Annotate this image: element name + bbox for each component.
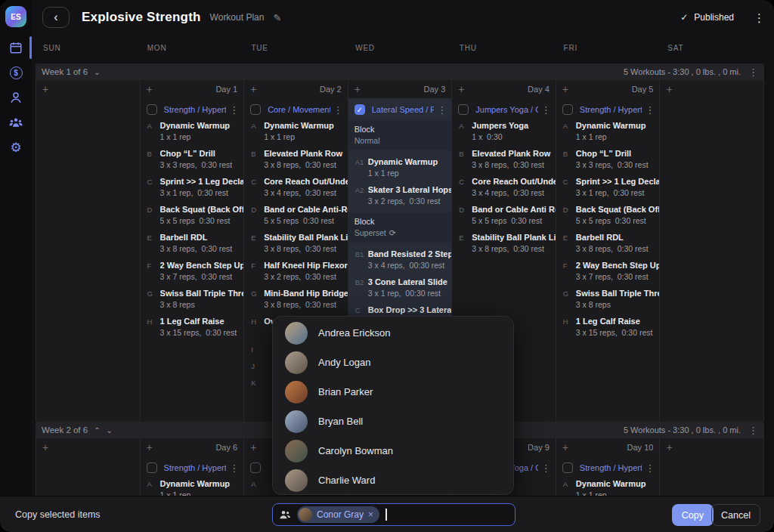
exercise-row[interactable]: F2 Way Bench Step Up3 x 7 reps, 0:30 res…	[556, 260, 660, 283]
exercise-row[interactable]: F2 Way Bench Step Up3 x 7 reps, 0:30 res…	[141, 260, 244, 283]
exercise-letter: C	[452, 176, 472, 199]
exercise-row[interactable]: BElevated Plank Row3 x 8 reps, 0:30 rest	[244, 148, 348, 171]
exercise-row[interactable]: GMini-Band Hip Bridge w/ ...3 x 8 reps, …	[244, 288, 348, 311]
workout-checkbox[interactable]	[562, 104, 573, 115]
exercise-row[interactable]: CSprint >> 1 Leg Declarations3 x 1 rep, …	[556, 176, 660, 199]
add-workout-icon[interactable]: +	[147, 83, 153, 95]
workout-card-day1[interactable]: Strength / Hypertro...⋮ ADynamic Warmup1…	[141, 98, 244, 339]
exercise-row[interactable]: B1Band Resisted 2 Step Late...3 x 4 reps…	[348, 249, 452, 271]
add-workout-icon[interactable]: +	[562, 441, 568, 453]
workout-checkbox[interactable]	[250, 462, 261, 473]
exercise-row[interactable]: H1 Leg Calf Raise3 x 15 reps, 0:30 rest	[141, 316, 244, 339]
exercise-row[interactable]: EBarbell RDL3 x 8 reps, 0:30 rest	[556, 232, 660, 255]
exercise-row[interactable]: CSprint >> 1 Leg Declarations3 x 1 rep, …	[141, 176, 244, 199]
teams-icon[interactable]	[8, 114, 24, 131]
workout-menu-icon[interactable]: ⋮	[645, 463, 655, 473]
week-1-menu-icon[interactable]: ⋮	[748, 67, 758, 77]
add-workout-icon[interactable]: +	[458, 83, 464, 95]
add-workout-icon[interactable]: +	[250, 441, 256, 453]
exercise-row[interactable]: AJumpers Yoga1 x 0:30	[452, 120, 556, 143]
workout-menu-icon[interactable]: ⋮	[333, 105, 343, 115]
exercise-row[interactable]: ADynamic Warmup1 x 1 rep	[244, 120, 348, 143]
workout-checkbox[interactable]	[458, 104, 469, 115]
selected-athlete-chip[interactable]: Conor Gray ×	[297, 506, 379, 523]
exercise-row[interactable]: GSwiss Ball Triple Threat3 x 8 reps	[141, 288, 244, 311]
workout-menu-icon[interactable]: ⋮	[645, 105, 655, 115]
workout-card-day5[interactable]: Strength / Hypertro...⋮ ADynamic Warmup1…	[556, 98, 660, 339]
workout-checkbox[interactable]	[562, 462, 573, 473]
remove-chip-icon[interactable]: ×	[368, 509, 373, 520]
exercise-row[interactable]: BChop “L” Drill3 x 3 reps, 0:30 rest	[556, 148, 660, 171]
app-logo[interactable]: ES	[5, 6, 26, 27]
exercise-row[interactable]: ADynamic Warmup1 x 1 rep	[556, 120, 660, 143]
exercise-row[interactable]: BChop “L” Drill3 x 3 reps, 0:30 rest	[141, 148, 244, 171]
edit-title-icon[interactable]: ✎	[273, 12, 281, 23]
workout-menu-icon[interactable]: ⋮	[437, 105, 447, 115]
workout-title[interactable]: Lateral Speed / Plyo	[372, 105, 435, 114]
exercise-row[interactable]: BElevated Plank Row3 x 8 reps, 0:30 rest	[452, 148, 556, 171]
exercise-row[interactable]: CCore Reach Out/Under3 x 4 reps, 0:30 re…	[244, 176, 348, 199]
workout-title[interactable]: Core / Movement Q...	[268, 105, 330, 114]
athlete-option[interactable]: Bryan Bell	[273, 407, 513, 436]
add-workout-icon[interactable]: +	[250, 83, 256, 95]
workout-menu-icon[interactable]: ⋮	[541, 463, 551, 473]
add-workout-icon[interactable]: +	[666, 441, 672, 453]
athlete-search-input[interactable]: Conor Gray ×	[272, 503, 515, 526]
athlete-icon[interactable]	[8, 89, 24, 106]
exercise-row[interactable]: EStability Ball Plank Linear ...3 x 8 re…	[244, 232, 348, 255]
exercise-row[interactable]: EBarbell RDL3 x 8 reps, 0:30 rest	[141, 232, 244, 255]
exercise-row[interactable]: DBack Squat (Back Off Set)5 x 5 reps 0:3…	[141, 204, 244, 227]
add-workout-icon[interactable]: +	[147, 441, 153, 453]
exercise-row[interactable]: DBand or Cable Anti-Rotati...5 x 5 reps …	[244, 204, 348, 227]
exercise-row[interactable]: GSwiss Ball Triple Threat3 x 8 reps	[556, 288, 660, 311]
exercise-row[interactable]: B23 Cone Lateral Slide3 x 1 rep, 00:30 r…	[348, 277, 452, 299]
add-workout-icon[interactable]: +	[354, 83, 361, 95]
workout-checkbox[interactable]	[147, 104, 157, 115]
workout-card-day10[interactable]: Strength / Hypertro...⋮ ADynamic Warmup1…	[556, 456, 660, 496]
exercise-row[interactable]: A1Dynamic Warmup1 x 1 rep	[348, 156, 452, 179]
athlete-option[interactable]: Charlie Ward	[273, 466, 513, 495]
calendar-icon[interactable]	[8, 39, 24, 56]
exercise-row[interactable]: A2Skater 3 Lateral Hops >> ...3 x 2 reps…	[348, 184, 452, 207]
workout-card-day6[interactable]: Strength / Hypertro...⋮ ADynamic Warmup1…	[141, 456, 244, 496]
chevron-up-icon[interactable]: ⌃	[94, 426, 100, 435]
copy-button[interactable]: Copy	[672, 504, 714, 526]
back-button[interactable]: ‹	[42, 7, 70, 28]
billing-icon[interactable]: $	[8, 64, 24, 81]
exercise-row[interactable]: ADynamic Warmup1 x 1 rep	[556, 478, 660, 496]
exercise-row[interactable]: CCore Reach Out/Under3 x 4 reps, 0:30 re…	[452, 176, 556, 199]
chevron-down-icon[interactable]: ⌄	[94, 68, 100, 76]
workout-checkbox[interactable]	[250, 104, 261, 115]
settings-icon[interactable]: ⚙	[8, 139, 24, 156]
chevron-down-icon[interactable]: ⌄	[107, 426, 113, 435]
exercise-row[interactable]: ADynamic Warmup1 x 1 rep	[141, 478, 244, 496]
athlete-option[interactable]: Andy Logan	[273, 348, 513, 377]
add-workout-icon[interactable]: +	[42, 441, 48, 453]
workout-menu-icon[interactable]: ⋮	[541, 105, 551, 115]
workout-menu-icon[interactable]: ⋮	[229, 463, 239, 473]
athlete-option[interactable]: Brian Parker	[273, 377, 513, 407]
workout-title[interactable]: Strength / Hypertro...	[164, 105, 227, 114]
workout-title[interactable]: Strength / Hypertro...	[580, 105, 642, 114]
athlete-option[interactable]: Carolyn Bowman	[273, 436, 513, 466]
athlete-option[interactable]: Andrea Erickson	[273, 318, 513, 348]
exercise-row[interactable]: FHalf Kneel Hip Flexor Rais...3 x 2 reps…	[244, 260, 348, 283]
add-workout-icon[interactable]: +	[666, 83, 672, 95]
workout-checkbox[interactable]	[147, 462, 157, 473]
workout-checkbox-checked[interactable]: ✓	[354, 104, 365, 115]
exercise-row[interactable]: ADynamic Warmup1 x 1 rep	[141, 120, 244, 143]
exercise-row[interactable]: DBand or Cable Anti Rotati...5 x 5 reps …	[452, 204, 556, 227]
week-2-menu-icon[interactable]: ⋮	[748, 425, 758, 435]
add-workout-icon[interactable]: +	[42, 83, 48, 95]
add-workout-icon[interactable]: +	[562, 83, 568, 95]
workout-title[interactable]: Strength / Hypertro...	[580, 463, 642, 472]
workout-title[interactable]: Jumpers Yoga / Core	[475, 105, 538, 114]
cancel-button[interactable]: Cancel	[711, 504, 760, 526]
workout-menu-icon[interactable]: ⋮	[229, 105, 239, 115]
workout-title[interactable]: Strength / Hypertro...	[164, 463, 227, 472]
exercise-row[interactable]: DBack Squat (Back Off Set)5 x 5 reps 0:3…	[556, 204, 660, 227]
exercise-row[interactable]: H1 Leg Calf Raise3 x 15 reps, 0:30 rest	[556, 316, 660, 339]
workout-card-day4[interactable]: Jumpers Yoga / Core⋮ AJumpers Yoga1 x 0:…	[452, 98, 556, 255]
more-menu-icon[interactable]: ⋮	[754, 12, 765, 23]
exercise-row[interactable]: EStability Ball Plank Linear ...3 x 8 re…	[452, 232, 556, 255]
